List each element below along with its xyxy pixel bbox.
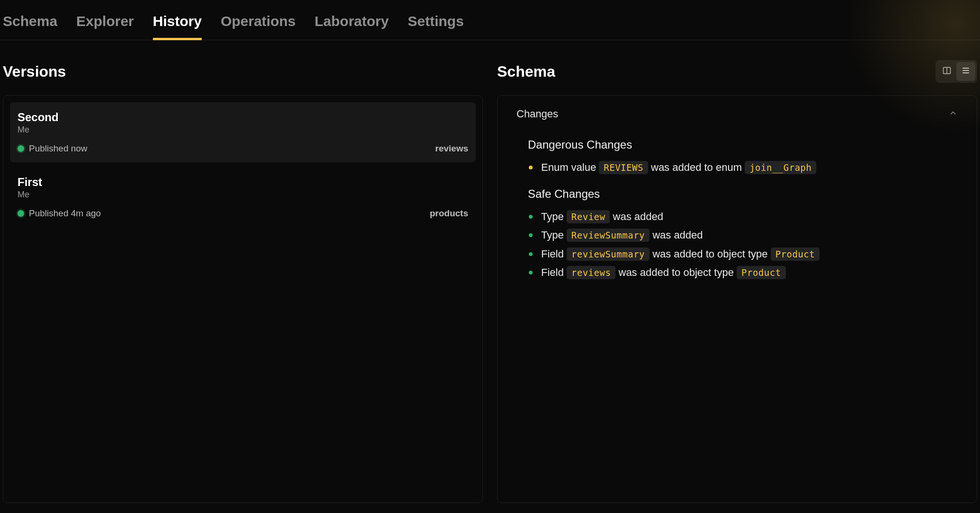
change-text: was added to object type <box>650 248 771 260</box>
code-token: reviews <box>567 266 616 279</box>
change-text: was added to enum <box>648 161 745 173</box>
version-tag: products <box>430 208 468 219</box>
changes-body: Dangerous Changes Enum value REVIEWS was… <box>498 129 977 296</box>
change-item: Type ReviewSummary was added <box>539 226 958 245</box>
change-text: Type <box>541 211 567 222</box>
safe-changes-list: Type Review was addedType ReviewSummary … <box>528 207 958 282</box>
status-dot-icon <box>18 210 24 217</box>
tab-explorer[interactable]: Explorer <box>76 9 134 40</box>
tab-schema[interactable]: Schema <box>3 9 57 40</box>
code-token: REVIEWS <box>599 161 648 174</box>
dangerous-changes-list: Enum value REVIEWS was added to enum joi… <box>528 158 958 177</box>
dangerous-changes-title: Dangerous Changes <box>528 138 958 151</box>
schema-title: Schema <box>497 63 555 80</box>
code-token: join__Graph <box>745 161 816 174</box>
version-name: Second <box>18 111 468 124</box>
version-status-text: Published 4m ago <box>29 208 101 219</box>
view-columns-button[interactable] <box>937 62 956 81</box>
change-item: Field reviews was added to object type P… <box>539 263 958 282</box>
version-meta-row: Published nowreviews <box>18 143 468 154</box>
versions-panel: SecondMePublished nowreviewsFirstMePubli… <box>3 95 483 503</box>
version-card[interactable]: SecondMePublished nowreviews <box>10 102 476 162</box>
main-tabs: SchemaExplorerHistoryOperationsLaborator… <box>0 0 980 40</box>
changes-label: Changes <box>517 108 558 120</box>
changes-toggle[interactable]: Changes <box>498 96 977 129</box>
code-token: reviewSummary <box>567 248 650 261</box>
chevron-up-icon <box>948 108 958 120</box>
code-token: ReviewSummary <box>567 229 650 242</box>
version-author: Me <box>18 125 468 135</box>
change-text: was added <box>650 229 703 241</box>
change-item: Enum value REVIEWS was added to enum joi… <box>539 158 958 177</box>
tab-operations[interactable]: Operations <box>221 9 295 40</box>
schema-column: Schema <box>497 59 977 503</box>
versions-column: Versions SecondMePublished nowreviewsFir… <box>3 59 483 503</box>
change-item: Field reviewSummary was added to object … <box>539 245 958 264</box>
version-status: Published 4m ago <box>18 208 101 219</box>
code-token: Product <box>771 248 820 261</box>
version-status: Published now <box>18 143 88 154</box>
change-text: was added <box>610 211 663 222</box>
change-item: Type Review was added <box>539 207 958 226</box>
versions-title: Versions <box>3 63 66 80</box>
tab-settings[interactable]: Settings <box>408 9 463 40</box>
versions-header: Versions <box>3 59 483 84</box>
change-text: was added to object type <box>615 266 737 278</box>
schema-panel: Changes Dangerous Changes Enum value REV… <box>497 95 977 503</box>
change-text: Field <box>541 248 567 260</box>
version-name: First <box>18 176 468 189</box>
version-meta-row: Published 4m agoproducts <box>18 208 468 219</box>
version-status-text: Published now <box>29 143 88 154</box>
tab-history[interactable]: History <box>153 9 202 40</box>
status-dot-icon <box>18 145 24 152</box>
list-icon <box>961 66 971 77</box>
change-text: Type <box>541 229 567 241</box>
code-token: Product <box>737 266 786 279</box>
columns-icon <box>942 66 952 77</box>
safe-changes-title: Safe Changes <box>528 187 958 201</box>
view-list-button[interactable] <box>956 62 975 81</box>
view-toggle <box>935 60 977 83</box>
content-area: Versions SecondMePublished nowreviewsFir… <box>0 40 980 506</box>
code-token: Review <box>567 210 610 223</box>
change-text: Field <box>541 266 567 278</box>
schema-header: Schema <box>497 59 977 84</box>
version-card[interactable]: FirstMePublished 4m agoproducts <box>10 167 476 227</box>
change-text: Enum value <box>541 161 599 173</box>
tab-laboratory[interactable]: Laboratory <box>315 9 389 40</box>
version-tag: reviews <box>435 143 468 154</box>
version-author: Me <box>18 190 468 200</box>
